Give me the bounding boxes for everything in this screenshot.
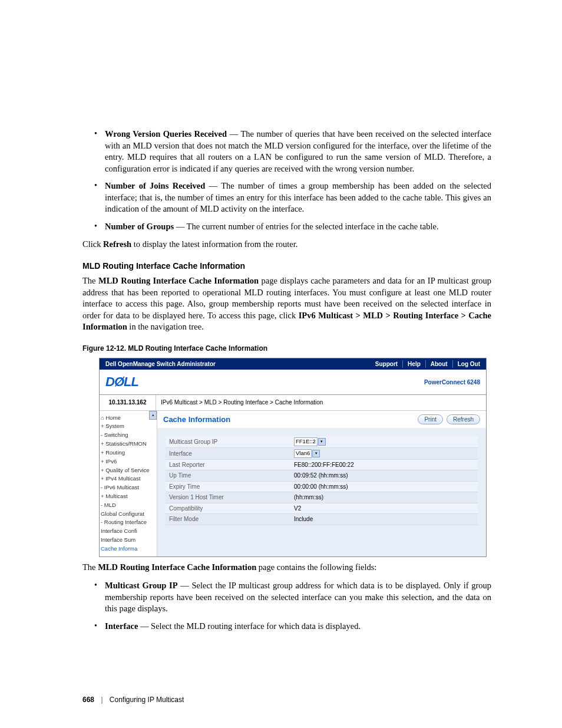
tree-item[interactable]: ⌂ Home <box>101 414 157 423</box>
tree-item[interactable]: - Switching <box>101 431 157 440</box>
tree-item[interactable]: + Statistics/RMON <box>101 440 157 449</box>
field-value: 00:09:52 (hh:mm:ss) <box>290 470 478 482</box>
list-item: Interface — Select the MLD routing inter… <box>105 621 491 633</box>
field-value: Include <box>290 514 478 525</box>
chevron-down-icon[interactable]: ▾ <box>318 438 326 446</box>
content-pane: Cache Information Print Refresh Multicas… <box>157 411 486 556</box>
refresh-instruction: Click Refresh to display the latest info… <box>82 239 491 251</box>
tree-item[interactable]: + Routing <box>101 449 157 457</box>
scroll-up-icon[interactable]: ▴ <box>149 411 157 420</box>
field-label: Last Reporter <box>166 459 290 470</box>
table-row: CompatibilityV2 <box>166 503 478 514</box>
page-number: 668 <box>82 696 94 704</box>
table-row: Version 1 Host Timer(hh:mm:ss) <box>166 492 478 503</box>
refresh-button[interactable]: Refresh <box>447 414 480 425</box>
list-item: Wrong Version Queries Received — The num… <box>105 129 491 174</box>
tree-item[interactable]: Interface Confi <box>101 527 157 536</box>
field-label: Multicast Group IP <box>166 436 290 447</box>
field-value: FE80::200:FF:FE00:22 <box>290 459 478 470</box>
dell-logo: DØLL <box>105 373 138 391</box>
term: Number of Groups <box>105 222 174 231</box>
info-table: Multicast Group IPFF1E::2▾InterfaceVlan6… <box>166 436 478 525</box>
tree-item[interactable]: + Multicast <box>101 492 157 501</box>
tree-item[interactable]: Cache Informa <box>101 545 157 554</box>
section-heading: MLD Routing Interface Cache Information <box>82 261 491 272</box>
bullet-list-2: Multicast Group IP — Select the IP multi… <box>82 580 491 632</box>
tree-item[interactable]: - MLD <box>101 501 157 510</box>
tree-item[interactable]: + System <box>101 422 157 431</box>
section-intro: The MLD Routing Interface Cache Informat… <box>82 275 491 333</box>
tree-item[interactable]: + Quality of Service <box>101 466 157 475</box>
term: Wrong Version Queries Received <box>105 129 227 139</box>
term: Interface <box>105 621 138 631</box>
field-label: Expiry Time <box>166 481 290 492</box>
top-links: Support Help About Log Out <box>375 360 480 368</box>
term: Multicast Group IP <box>105 581 178 590</box>
topbar-title: Dell OpenManage Switch Administrator <box>105 360 216 368</box>
tree-item[interactable]: - IPv6 Multicast <box>101 483 157 492</box>
topbar: Dell OpenManage Switch Administrator Sup… <box>100 358 486 370</box>
table-row: Up Time00:09:52 (hh:mm:ss) <box>166 470 478 482</box>
field-value[interactable]: FF1E::2▾ <box>290 436 478 447</box>
embedded-screenshot: Dell OpenManage Switch Administrator Sup… <box>99 358 487 557</box>
field-label: Version 1 Host Timer <box>166 492 290 503</box>
tree-item[interactable]: - Routing Interface <box>101 518 157 527</box>
field-value: (hh:mm:ss) <box>290 492 478 503</box>
page-footer: 668 | Configuring IP Multicast <box>82 695 184 704</box>
field-value: 00:00:00 (hh:mm:ss) <box>290 481 478 492</box>
footer-section: Configuring IP Multicast <box>110 696 184 704</box>
tree-item[interactable]: + IPv4 Multicast <box>101 475 157 483</box>
term: Number of Joins Received <box>105 181 205 190</box>
support-link[interactable]: Support <box>375 360 398 368</box>
chevron-down-icon[interactable]: ▾ <box>312 450 320 457</box>
about-link[interactable]: About <box>425 360 448 368</box>
fields-intro: The MLD Routing Interface Cache Informat… <box>82 562 491 574</box>
brand-bar: DØLL PowerConnect 6248 <box>100 370 486 395</box>
tree-item[interactable]: Interface Sum <box>101 536 157 545</box>
table-row: InterfaceVlan6▾ <box>166 448 478 460</box>
tree-item[interactable]: Global Configurat <box>101 510 157 519</box>
field-label: Interface <box>166 448 290 460</box>
page-title: Cache Information <box>163 414 230 425</box>
desc: Select the MLD routing interface for whi… <box>151 621 361 631</box>
breadcrumb: IPv6 Multicast > MLD > Routing Interface… <box>156 395 328 410</box>
list-item: Number of Groups — The current number of… <box>105 221 491 233</box>
field-label: Filter Mode <box>166 514 290 525</box>
sub-bar: 10.131.13.162 IPv6 Multicast > MLD > Rou… <box>100 395 486 411</box>
figure-caption: Figure 12-12. MLD Routing Interface Cach… <box>82 344 491 353</box>
tree-item[interactable]: + IPv6 <box>101 457 157 466</box>
desc: The current number of entries for the se… <box>187 222 439 231</box>
field-value: V2 <box>290 503 478 514</box>
nav-tree[interactable]: ▴ ⌂ Home+ System- Switching+ Statistics/… <box>100 411 157 556</box>
field-value[interactable]: Vlan6▾ <box>290 448 478 460</box>
field-label: Up Time <box>166 470 290 482</box>
help-link[interactable]: Help <box>402 360 421 368</box>
model-label: PowerConnect 6248 <box>424 378 480 387</box>
list-item: Multicast Group IP — Select the IP multi… <box>105 580 491 615</box>
field-label: Compatibility <box>166 503 290 514</box>
table-row: Last ReporterFE80::200:FF:FE00:22 <box>166 459 478 470</box>
list-item: Number of Joins Received — The number of… <box>105 180 491 215</box>
device-ip: 10.131.13.162 <box>100 395 156 410</box>
bullet-list-1: Wrong Version Queries Received — The num… <box>82 129 491 233</box>
table-row: Expiry Time00:00:00 (hh:mm:ss) <box>166 481 478 492</box>
logout-link[interactable]: Log Out <box>452 360 480 368</box>
print-button[interactable]: Print <box>418 414 443 425</box>
table-row: Multicast Group IPFF1E::2▾ <box>166 436 478 447</box>
table-row: Filter ModeInclude <box>166 514 478 525</box>
